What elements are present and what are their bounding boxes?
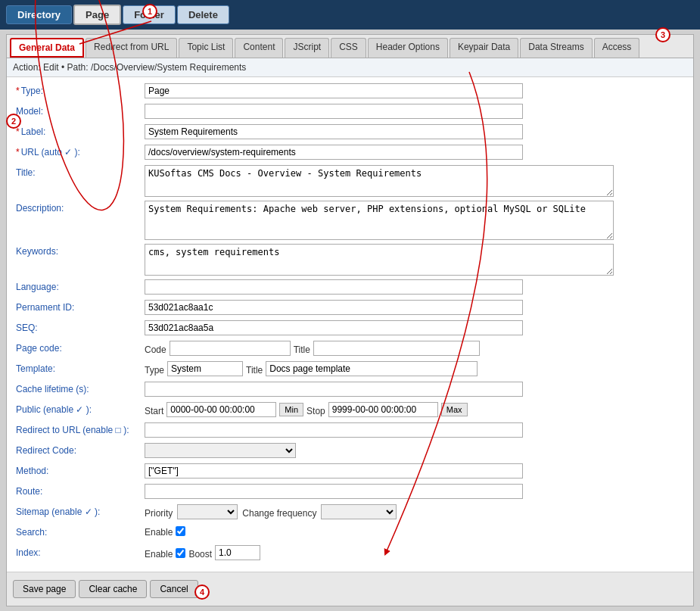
language-input[interactable] xyxy=(145,279,523,295)
language-row: Language: xyxy=(16,279,684,296)
keywords-label: Keywords: xyxy=(16,244,145,257)
tab-header-options[interactable]: Header Options xyxy=(368,38,448,58)
page-button[interactable]: Page xyxy=(73,5,121,25)
min-button[interactable]: Min xyxy=(279,403,303,416)
redirect-code-row: Redirect Code: xyxy=(16,443,684,460)
tab-jscript[interactable]: JScript xyxy=(285,38,329,58)
permanent-id-row: Pernament ID: xyxy=(16,300,684,316)
keywords-textarea[interactable]: cms, system requirements xyxy=(145,244,614,276)
url-input[interactable] xyxy=(145,145,523,160)
page-code-label: Page code: xyxy=(16,341,145,354)
redirect-to-url-label: Redirect to URL (enable □ ): xyxy=(16,422,145,435)
code-label: Code xyxy=(145,342,166,355)
search-enable-checkbox[interactable] xyxy=(176,526,185,536)
cache-lifetime-label: Cache lifetime (s): xyxy=(16,382,145,394)
template-title-input[interactable] xyxy=(266,361,478,376)
breadcrumb: Action: Edit • Path: /Docs/Overview/Syst… xyxy=(7,58,693,77)
delete-button[interactable]: Delete xyxy=(177,5,229,24)
cache-lifetime-row: Cache lifetime (s): xyxy=(16,382,684,398)
description-textarea[interactable]: System Requirements: Apache web server, … xyxy=(145,201,614,240)
page-code-code-input[interactable] xyxy=(170,341,291,356)
tab-access[interactable]: Access xyxy=(594,38,640,58)
start-input[interactable] xyxy=(166,402,276,417)
search-label: Search: xyxy=(16,525,145,538)
route-row: Route: xyxy=(16,484,684,500)
search-row: Search: Enable xyxy=(16,525,684,541)
template-type-input[interactable] xyxy=(167,361,243,376)
permanent-id-input[interactable] xyxy=(145,300,523,315)
tab-css[interactable]: CSS xyxy=(331,38,366,58)
label-label: *Label: xyxy=(16,124,145,137)
seq-input[interactable] xyxy=(145,320,523,335)
main-container: 2 General Data Redirect from URL Topic L… xyxy=(6,34,694,606)
tab-keypair-data[interactable]: Keypair Data xyxy=(450,38,518,58)
route-label: Route: xyxy=(16,484,145,497)
tab-bar: General Data Redirect from URL Topic Lis… xyxy=(7,35,693,58)
tab-topic-list[interactable]: Topic List xyxy=(179,38,233,58)
sitemap-label: Sitemap (enable ✓ ): xyxy=(16,504,145,517)
seq-label: SEQ: xyxy=(16,320,145,333)
index-enable-label: Enable xyxy=(145,547,173,560)
method-label: Method: xyxy=(16,463,145,476)
annotation-2: 2 xyxy=(6,114,21,129)
keywords-row: Keywords: cms, system requirements xyxy=(16,244,684,276)
model-row: Model: xyxy=(16,104,684,120)
title-row: Title: KUSoftas CMS Docs - Overview - Sy… xyxy=(16,165,684,197)
template-type-label: Type xyxy=(145,363,164,376)
method-input[interactable] xyxy=(145,463,523,479)
page-code-title-label: Title xyxy=(294,342,310,355)
model-label: Model: xyxy=(16,104,145,117)
label-row: *Label: xyxy=(16,124,684,141)
start-label: Start xyxy=(145,404,163,416)
clear-cache-button[interactable]: Clear cache xyxy=(79,580,147,598)
public-row: Public (enable ✓ ): Start Min Stop Max xyxy=(16,402,684,419)
annotation-1: 1 xyxy=(142,4,157,19)
template-label: Template: xyxy=(16,361,145,374)
redirect-code-select[interactable] xyxy=(145,443,296,458)
page-code-title-input[interactable] xyxy=(313,341,480,356)
frequency-select[interactable] xyxy=(321,504,397,519)
tab-general-data[interactable]: General Data xyxy=(10,38,84,58)
language-label: Language: xyxy=(16,279,145,292)
index-row: Index: Enable Boost xyxy=(16,545,684,562)
template-row: Template: Type Title xyxy=(16,361,684,378)
priority-select[interactable] xyxy=(177,504,238,519)
stop-input[interactable] xyxy=(328,402,438,417)
save-page-button[interactable]: Save page xyxy=(13,580,76,598)
template-title-label: Title xyxy=(246,363,263,376)
button-row: Save page Clear cache Cancel 4 xyxy=(7,572,693,606)
annotation-3: 3 xyxy=(655,27,670,42)
form-area: *Type: Model: *Label: * xyxy=(7,77,693,572)
public-label: Public (enable ✓ ): xyxy=(16,402,145,415)
label-input[interactable] xyxy=(145,124,523,139)
boost-input[interactable] xyxy=(215,545,260,560)
cache-lifetime-input[interactable] xyxy=(145,382,523,397)
index-label: Index: xyxy=(16,545,145,558)
change-frequency-label: Change frequency xyxy=(242,506,316,519)
description-label: Description: xyxy=(16,201,145,214)
cancel-button[interactable]: Cancel xyxy=(150,580,198,598)
type-input[interactable] xyxy=(145,83,523,98)
directory-button[interactable]: Directory xyxy=(6,5,72,24)
max-button[interactable]: Max xyxy=(441,403,468,416)
tab-content[interactable]: Content xyxy=(235,38,283,58)
tab-redirect-from-url[interactable]: Redirect from URL xyxy=(86,38,177,58)
sitemap-row: Sitemap (enable ✓ ): Priority Change fre… xyxy=(16,504,684,521)
priority-label: Priority xyxy=(145,506,173,519)
redirect-code-label: Redirect Code: xyxy=(16,443,145,456)
index-enable-checkbox[interactable] xyxy=(176,548,185,558)
route-input[interactable] xyxy=(145,484,523,499)
redirect-to-url-row: Redirect to URL (enable □ ): xyxy=(16,422,684,439)
stop-label: Stop xyxy=(306,404,325,416)
title-textarea[interactable]: KUSoftas CMS Docs - Overview - System Re… xyxy=(145,165,614,197)
redirect-to-url-input[interactable] xyxy=(145,422,523,438)
seq-row: SEQ: xyxy=(16,320,684,337)
title-label: Title: xyxy=(16,165,145,178)
tab-data-streams[interactable]: Data Streams xyxy=(520,38,592,58)
page-code-row: Page code: Code Title xyxy=(16,341,684,357)
top-nav: Directory Page Folder Delete xyxy=(0,0,700,30)
method-row: Method: xyxy=(16,463,684,480)
url-label: *URL (auto ✓ ): xyxy=(16,145,145,157)
model-input[interactable] xyxy=(145,104,523,119)
annotation-4: 4 xyxy=(194,585,210,600)
